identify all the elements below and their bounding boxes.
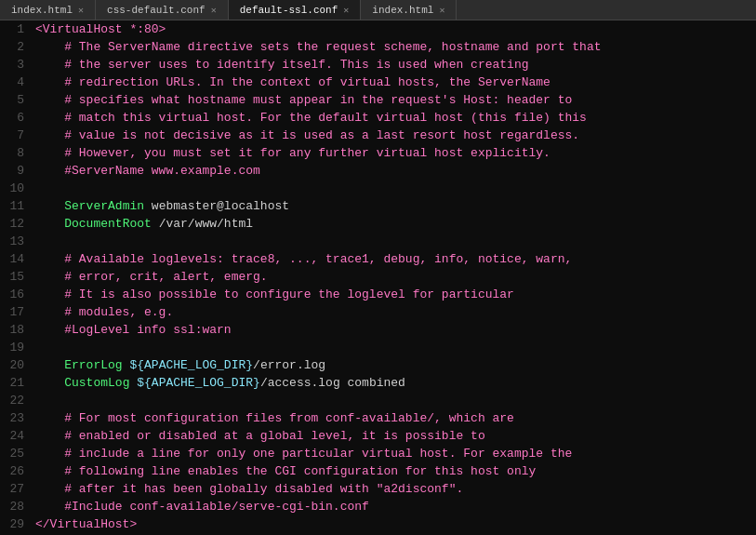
line-number: 25: [4, 445, 24, 462]
line-numbers: 1234567891011121314151617181920212223242…: [0, 20, 28, 535]
line-number: 4: [4, 74, 24, 91]
line-number: 21: [4, 374, 24, 392]
tab-label: default-ssl.conf: [240, 5, 338, 16]
editor-container: index.html ✕ css-default.conf ✕ default-…: [0, 0, 756, 535]
tab-label: index.html: [372, 5, 433, 16]
tab-bar: index.html ✕ css-default.conf ✕ default-…: [0, 0, 756, 20]
code-line: # enabled or disabled at a global level,…: [35, 427, 749, 445]
tab-css-default[interactable]: css-default.conf ✕: [96, 0, 229, 20]
line-number: 13: [4, 233, 24, 250]
line-number: 6: [4, 109, 24, 127]
code-line: # after it has been globally disabled wi…: [35, 480, 749, 498]
code-line: CustomLog ${APACHE_LOG_DIR}/access.log c…: [35, 374, 749, 392]
line-number: 18: [4, 321, 24, 339]
code-line: [35, 339, 749, 356]
code-line: # include a line for only one particular…: [35, 445, 749, 462]
code-line: # following line enables the CGI configu…: [35, 462, 749, 480]
tab-index-html-1[interactable]: index.html ✕: [0, 0, 96, 20]
line-number: 26: [4, 462, 24, 480]
code-line: # The ServerName directive sets the requ…: [35, 38, 749, 56]
close-icon[interactable]: ✕: [343, 5, 349, 16]
line-number: 10: [4, 180, 24, 197]
line-number: 5: [4, 91, 24, 109]
code-line: DocumentRoot /var/www/html: [35, 215, 749, 233]
code-line: # modules, e.g.: [35, 303, 749, 321]
code-line: # It is also possible to configure the l…: [35, 286, 749, 303]
line-number: 20: [4, 356, 24, 374]
line-number: 27: [4, 480, 24, 498]
code-line: # For most configuration files from conf…: [35, 409, 749, 427]
tab-label: index.html: [11, 5, 73, 16]
code-line: # error, crit, alert, emerg.: [35, 268, 749, 286]
code-line: # specifies what hostname must appear in…: [35, 91, 749, 109]
close-icon[interactable]: ✕: [211, 5, 217, 16]
code-line: # match this virtual host. For the defau…: [35, 109, 749, 127]
line-number: 15: [4, 268, 24, 286]
code-line: ServerAdmin webmaster@localhost: [35, 197, 749, 215]
code-line: # However, you must set it for any furth…: [35, 144, 749, 162]
code-line: # Available loglevels: trace8, ..., trac…: [35, 250, 749, 268]
tab-index-html-2[interactable]: index.html ✕: [361, 0, 457, 20]
close-icon[interactable]: ✕: [439, 5, 444, 16]
code-line: [35, 233, 749, 250]
code-content[interactable]: <VirtualHost *:80> # The ServerName dire…: [28, 20, 756, 535]
code-line: [35, 392, 749, 409]
line-number: 19: [4, 339, 24, 356]
code-line: ErrorLog ${APACHE_LOG_DIR}/error.log: [35, 356, 749, 374]
tab-default-ssl[interactable]: default-ssl.conf ✕: [229, 0, 362, 20]
line-number: 9: [4, 162, 24, 180]
code-line: # redirection URLs. In the context of vi…: [35, 74, 749, 91]
code-line: # the server uses to identify itself. Th…: [35, 56, 749, 74]
code-line: [35, 180, 749, 197]
line-number: 17: [4, 303, 24, 321]
line-number: 2: [4, 38, 24, 56]
line-number: 22: [4, 392, 24, 409]
tab-label: css-default.conf: [107, 5, 206, 16]
line-number: 8: [4, 144, 24, 162]
line-number: 1: [4, 20, 24, 38]
code-area[interactable]: 1234567891011121314151617181920212223242…: [0, 20, 756, 535]
line-number: 12: [4, 215, 24, 233]
line-number: 29: [4, 515, 24, 533]
line-number: 3: [4, 56, 24, 74]
line-number: 28: [4, 498, 24, 515]
line-number: 16: [4, 286, 24, 303]
line-number: 23: [4, 409, 24, 427]
code-line: #ServerName www.example.com: [35, 162, 749, 180]
line-number: 7: [4, 127, 24, 144]
line-number: 14: [4, 250, 24, 268]
code-line: #LogLevel info ssl:warn: [35, 321, 749, 339]
code-line: # value is not decisive as it is used as…: [35, 127, 749, 144]
code-line: #Include conf-available/serve-cgi-bin.co…: [35, 498, 749, 515]
code-line: <VirtualHost *:80>: [35, 20, 749, 38]
code-line: </VirtualHost>: [35, 515, 749, 533]
line-number: 11: [4, 197, 24, 215]
close-icon[interactable]: ✕: [78, 5, 84, 16]
line-number: 24: [4, 427, 24, 445]
